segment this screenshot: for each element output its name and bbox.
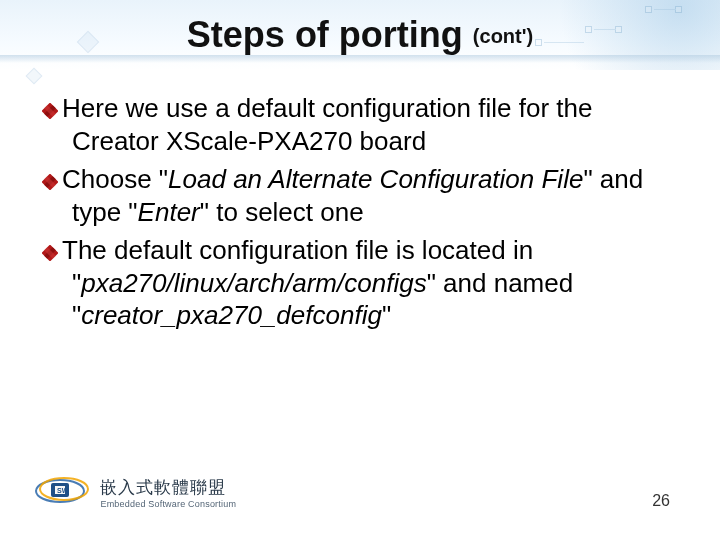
header-decoration-diamond <box>26 68 43 85</box>
title-cont: (cont') <box>473 25 533 47</box>
bullet-item: Choose "Load an Alternate Configuration … <box>42 163 678 228</box>
logo-text-en: Embedded Software Consortium <box>100 499 236 509</box>
bullet-text: Choose " <box>62 164 168 194</box>
diamond-bullet-icon <box>42 103 56 117</box>
bullet-text: " to select one <box>200 197 364 227</box>
logo-mark-icon: SW <box>34 468 90 516</box>
bullet-text: Here we use a default configuration file… <box>62 93 592 156</box>
diamond-bullet-icon <box>42 245 56 259</box>
diamond-bullet-icon <box>42 174 56 188</box>
svg-text:SW: SW <box>57 487 69 494</box>
footer-logo: SW 嵌入式軟體聯盟 Embedded Software Consortium <box>34 468 236 518</box>
slide-title: Steps of porting (cont') <box>0 14 720 56</box>
page-number: 26 <box>652 492 670 510</box>
bullet-text-italic: Load an Alternate Configuration File <box>168 164 583 194</box>
bullet-text-italic: creator_pxa270_defconfig <box>81 300 382 330</box>
bullet-text-italic: Enter <box>138 197 200 227</box>
bullet-text: " <box>382 300 391 330</box>
title-main: Steps of porting <box>187 14 463 55</box>
slide-body: Here we use a default configuration file… <box>42 92 678 338</box>
bullet-item: The default configuration file is locate… <box>42 234 678 332</box>
bullet-text-italic: pxa270/linux/arch/arm/configs <box>81 268 426 298</box>
logo-text: 嵌入式軟體聯盟 Embedded Software Consortium <box>100 476 236 509</box>
logo-text-zh: 嵌入式軟體聯盟 <box>100 476 236 499</box>
bullet-item: Here we use a default configuration file… <box>42 92 678 157</box>
